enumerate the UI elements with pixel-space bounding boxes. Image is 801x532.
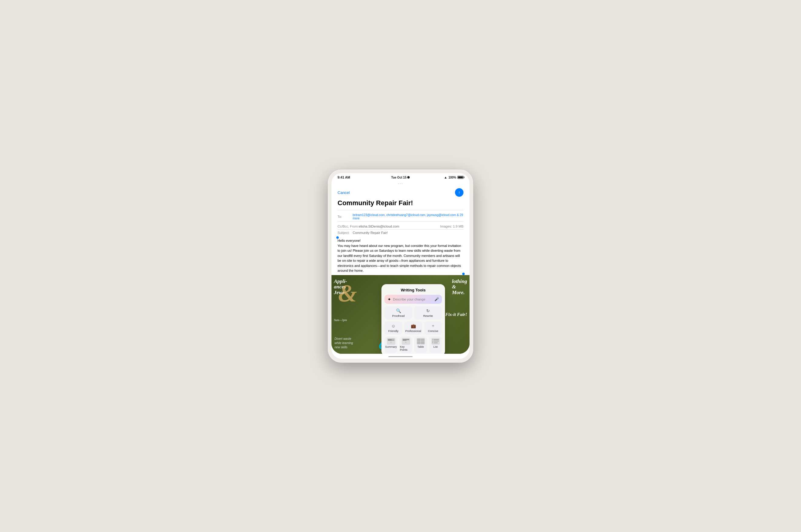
device-screen: 9:41 AM Tue Oct 15 ▲ 100% ··· Cancel ↑ [332, 173, 469, 359]
poster-time-text: 9am—3pm [334, 318, 347, 322]
cc-value: elisha.StDenis@icloud.com [359, 225, 440, 228]
mic-icon[interactable]: 🎤 [434, 297, 439, 301]
proofread-button[interactable]: 🔍 Proofread [385, 306, 412, 320]
to-value: britram123@icloud.com, christinehuang7@i… [353, 213, 464, 220]
writing-tools-title: Writing Tools [385, 288, 442, 292]
concise-icon: ÷ [432, 323, 434, 328]
battery-fill [458, 176, 463, 178]
home-indicator [388, 356, 413, 357]
summary-label: Summary [385, 345, 397, 348]
battery-icon [458, 176, 464, 179]
concise-button[interactable]: ÷ Concise [424, 321, 442, 335]
concise-label: Concise [428, 329, 438, 332]
more-dots: ··· [332, 180, 469, 186]
table-label: Table [417, 345, 424, 348]
friendly-button[interactable]: ☺ Friendly [385, 321, 402, 335]
table-button[interactable]: Table [414, 337, 427, 353]
poster-fixit-text: Fix-it Fair! [445, 312, 467, 317]
professional-label: Professional [405, 329, 421, 332]
proofread-label: Proofread [392, 314, 405, 318]
status-date: Tue Oct 15 [391, 176, 406, 179]
status-bar: 9:41 AM Tue Oct 15 ▲ 100% [332, 173, 469, 180]
proofread-icon: 🔍 [396, 308, 401, 313]
status-right: ▲ 100% [444, 175, 464, 179]
describe-change-input[interactable]: ✦ Describe your change 🎤 [385, 295, 442, 304]
divider-1 [337, 210, 464, 210]
cancel-button[interactable]: Cancel [337, 190, 350, 195]
subject-value: Community Repair Fair! [353, 231, 388, 234]
table-icon [416, 338, 425, 345]
wifi-icon: ▲ [444, 175, 447, 179]
summary-icon: ↓ [387, 338, 395, 345]
mail-cc-field[interactable]: Cc/Bcc, From: elisha.StDenis@icloud.com … [337, 223, 464, 229]
status-time: 9:41 AM [337, 175, 350, 179]
row-proofread-rewrite: 🔍 Proofread ↻ Rewrite [385, 306, 442, 320]
describe-placeholder: Describe your change [393, 298, 433, 301]
key-points-label: Key Points [400, 345, 412, 352]
key-points-button[interactable]: ↓ Key Points [399, 337, 412, 353]
body-text: Hello everyone! You may have heard about… [337, 239, 462, 272]
key-points-icon: ↓ [402, 338, 410, 345]
send-icon: ↑ [458, 190, 461, 195]
send-button[interactable]: ↑ [455, 188, 464, 197]
camera-dot [408, 176, 410, 178]
list-button[interactable]: List [429, 337, 442, 353]
mail-header-row: Cancel ↑ [337, 186, 464, 199]
professional-button[interactable]: 💼 Professional [404, 321, 422, 335]
to-label: To: [337, 215, 353, 218]
poster-area: Appli-ancesJewe- lothing& More. & Fix-it… [332, 275, 469, 354]
cc-label: Cc/Bcc, From: [337, 225, 359, 228]
battery-percent: 100% [448, 176, 456, 179]
rewrite-icon: ↻ [426, 308, 430, 313]
mail-subject-field[interactable]: Subject: Community Repair Fair! [337, 229, 464, 236]
professional-icon: 💼 [411, 323, 416, 328]
mail-body[interactable]: Hello everyone! You may have heard about… [337, 236, 464, 275]
summary-button[interactable]: ↓ Summary [385, 337, 397, 353]
poster-clothing-text: lothing& More. [452, 279, 467, 296]
poster-divert-text: Divert wastewhile learningnew skills [335, 337, 353, 349]
poster-ampersand: & [338, 280, 357, 307]
mail-to-field[interactable]: To: britram123@icloud.com, christinehuan… [337, 212, 464, 221]
friendly-label: Friendly [388, 329, 399, 332]
writing-tools-popup: Writing Tools ✦ Describe your change 🎤 🔍… [381, 284, 445, 354]
divider-2 [337, 221, 464, 222]
rewrite-label: Rewrite [423, 314, 433, 318]
list-icon [431, 338, 440, 345]
sparkle-icon: ✦ [388, 297, 391, 302]
row-tone: ☺ Friendly 💼 Professional ÷ Concise [385, 321, 442, 335]
rewrite-button[interactable]: ↻ Rewrite [414, 306, 442, 320]
mail-title: Community Repair Fair! [337, 199, 464, 210]
friendly-icon: ☺ [391, 323, 395, 328]
status-date-area: Tue Oct 15 [391, 176, 410, 179]
subject-label: Subject: [337, 231, 353, 234]
row-format: ↓ Summary ↓ Key Points [385, 337, 442, 353]
selection-handle-end [462, 273, 465, 275]
images-label: Images: 1.9 MB [440, 225, 464, 228]
selection-handle-start [336, 236, 339, 239]
mail-compose-area: Cancel ↑ Community Repair Fair! To: brit… [332, 186, 469, 275]
ipad-device: 9:41 AM Tue Oct 15 ▲ 100% ··· Cancel ↑ [328, 169, 473, 363]
list-label: List [433, 345, 437, 348]
